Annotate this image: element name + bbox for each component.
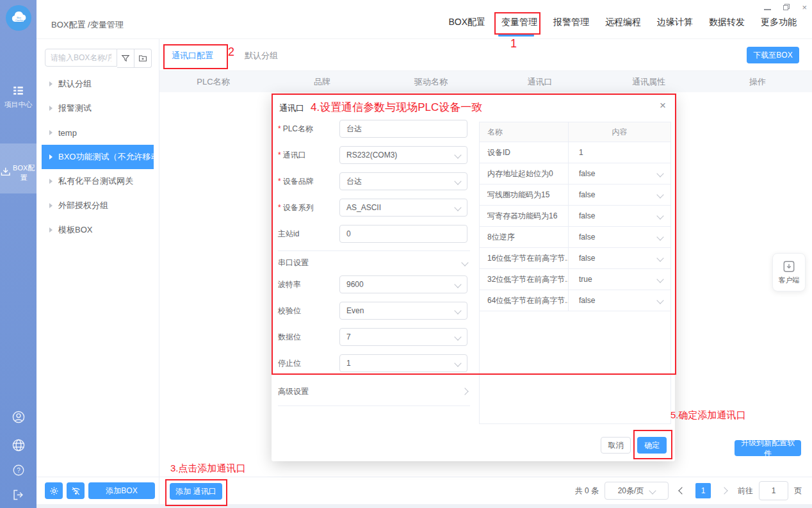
minimize-button[interactable] bbox=[764, 3, 771, 12]
chevron-down-icon bbox=[649, 487, 656, 494]
prop-value-select[interactable]: true bbox=[569, 275, 670, 284]
serial-settings-toggle[interactable]: 串口设置 bbox=[278, 255, 470, 270]
next-page-button[interactable] bbox=[717, 483, 732, 498]
chevron-down-icon bbox=[454, 359, 461, 366]
sidebar-item-label: 项目中心 bbox=[4, 101, 33, 108]
chevron-down-icon bbox=[454, 333, 461, 340]
prop-value-select[interactable]: false bbox=[569, 190, 670, 199]
confirm-button[interactable]: 确定 bbox=[637, 437, 667, 454]
nav-tab-edge-computing[interactable]: 边缘计算 bbox=[657, 17, 693, 28]
restore-button[interactable] bbox=[783, 3, 790, 13]
form-row: 主站id bbox=[278, 224, 470, 243]
prop-value: 1 bbox=[569, 148, 670, 157]
field-label: *设备品牌 bbox=[278, 176, 339, 187]
add-box-button[interactable]: 添加BOX bbox=[88, 482, 155, 499]
form-row: 数据位 7 bbox=[278, 327, 470, 347]
baud-rate-select[interactable]: 9600 bbox=[339, 275, 467, 293]
folder-plus-icon bbox=[138, 54, 147, 63]
client-float-label: 客户端 bbox=[779, 275, 800, 285]
chevron-down-icon bbox=[454, 281, 461, 288]
nav-tab-alarm-mgmt[interactable]: 报警管理 bbox=[553, 17, 589, 28]
group-item[interactable]: 报警测试 bbox=[42, 96, 154, 120]
prop-row: 写线圈功能码为15 false bbox=[480, 184, 670, 206]
filter-funnel-icon bbox=[121, 54, 130, 63]
nav-tab-remote-programming[interactable]: 远程编程 bbox=[605, 17, 641, 28]
box-search-input[interactable] bbox=[45, 49, 117, 67]
svg-text:Config: Config bbox=[15, 19, 23, 22]
cancel-button[interactable]: 取消 bbox=[601, 437, 631, 454]
page-size-select[interactable]: 20条/页 bbox=[605, 482, 669, 500]
nav-tab-box-config[interactable]: BOX配置 bbox=[448, 17, 485, 28]
advanced-settings-toggle[interactable]: 高级设置 bbox=[278, 384, 470, 399]
device-series-select[interactable]: AS_ASCII bbox=[339, 199, 467, 217]
expand-arrow-icon bbox=[49, 130, 53, 135]
stop-bits-select[interactable]: 1 bbox=[339, 354, 467, 372]
nav-tab-data-forwarding[interactable]: 数据转发 bbox=[709, 17, 745, 28]
settings-button[interactable] bbox=[45, 482, 63, 499]
prop-value-select[interactable]: false bbox=[569, 254, 670, 263]
tab-default-group[interactable]: 默认分组 bbox=[245, 50, 278, 61]
upgrade-config-button[interactable]: 升级到新配置软件 bbox=[735, 440, 801, 456]
plc-name-input[interactable] bbox=[339, 120, 467, 138]
breadcrumb: BOX配置 /变量管理 bbox=[51, 19, 124, 31]
field-label: *PLC名称 bbox=[278, 124, 339, 135]
master-id-input[interactable] bbox=[339, 225, 467, 243]
col-driver-name: 驱动名称 bbox=[377, 76, 485, 88]
client-download-float[interactable]: 客户端 bbox=[772, 253, 806, 291]
prop-row: 64位低字节在前高字节... false bbox=[480, 290, 670, 311]
annotation-step-5: 5.确定添加通讯口 bbox=[670, 409, 746, 422]
chevron-down-icon bbox=[656, 275, 663, 283]
sidebar-help-button[interactable]: ? bbox=[0, 464, 37, 479]
divider bbox=[278, 250, 470, 251]
chevron-down-icon bbox=[656, 212, 663, 219]
group-item[interactable]: temp bbox=[42, 120, 154, 145]
download-to-box-button[interactable]: 下载至BOX bbox=[747, 47, 799, 63]
chevron-down-icon bbox=[656, 170, 663, 177]
chevron-down-icon bbox=[454, 177, 461, 184]
nav-tab-more-functions[interactable]: 更多功能 bbox=[761, 17, 797, 28]
sidebar-user-button[interactable] bbox=[0, 410, 37, 427]
nav-tab-variable-mgmt[interactable]: 变量管理 bbox=[501, 17, 537, 28]
form-row: *PLC名称 bbox=[278, 119, 470, 138]
sidebar-language-button[interactable] bbox=[0, 438, 37, 455]
prop-row: 写寄存器功能码为16 false bbox=[480, 206, 670, 227]
network-status-button[interactable] bbox=[67, 482, 85, 499]
sidebar-logout-button[interactable] bbox=[0, 488, 37, 504]
prop-value-select[interactable]: false bbox=[569, 211, 670, 220]
col-comm-port: 通讯口 bbox=[485, 76, 594, 88]
group-item[interactable]: 外部授权分组 bbox=[42, 193, 154, 218]
data-bits-select[interactable]: 7 bbox=[339, 328, 467, 346]
group-item[interactable]: 默认分组 bbox=[42, 72, 154, 96]
goto-page-input[interactable] bbox=[759, 481, 788, 500]
group-item[interactable]: 私有化平台测试网关 bbox=[42, 169, 154, 193]
prop-value-select[interactable]: false bbox=[569, 296, 670, 305]
add-group-button[interactable] bbox=[134, 49, 152, 68]
client-download-icon bbox=[782, 259, 796, 274]
expand-arrow-icon bbox=[49, 203, 53, 208]
form-row: *通讯口 RS232(COM3) bbox=[278, 145, 470, 165]
top-bar: BOX配置 /变量管理 × BOX配置 变量管理 报警管理 远程编程 边缘计算 … bbox=[37, 0, 812, 39]
prop-value-select[interactable]: false bbox=[569, 233, 670, 242]
sidebar-item-box-config[interactable]: BOX配置 bbox=[0, 143, 37, 193]
chevron-left-icon bbox=[678, 487, 685, 494]
parity-select[interactable]: Even bbox=[339, 302, 467, 320]
exit-icon bbox=[12, 488, 25, 502]
current-page-button[interactable]: 1 bbox=[695, 483, 711, 498]
device-brand-select[interactable]: 台达 bbox=[339, 172, 467, 190]
group-item-selected[interactable]: BXO功能测试（不允许移动） bbox=[42, 145, 154, 169]
dialog-close-icon[interactable]: × bbox=[660, 100, 666, 111]
sidebar-item-project-center[interactable]: 项目中心 bbox=[0, 82, 37, 118]
group-item[interactable]: 模板BOX bbox=[42, 218, 154, 242]
field-label: 校验位 bbox=[278, 306, 339, 316]
close-button[interactable]: × bbox=[802, 3, 807, 12]
field-label: 主站id bbox=[278, 229, 339, 240]
prop-value-select[interactable]: false bbox=[569, 169, 670, 178]
user-avatar-icon bbox=[12, 410, 26, 424]
dialog-form: *PLC名称 *通讯口 RS232(COM3) *设备品牌 台达 *设备系列 A… bbox=[278, 119, 470, 410]
add-comm-port-button[interactable]: 添加 通讯口 bbox=[170, 483, 222, 500]
comm-port-select[interactable]: RS232(COM3) bbox=[339, 146, 467, 164]
tab-comm-port-config[interactable]: 通讯口配置 bbox=[172, 50, 213, 61]
app-sidebar: Box Config 项目中心 BOX配置 bbox=[0, 0, 37, 508]
prev-page-button[interactable] bbox=[674, 483, 690, 498]
filter-button[interactable] bbox=[117, 49, 134, 68]
